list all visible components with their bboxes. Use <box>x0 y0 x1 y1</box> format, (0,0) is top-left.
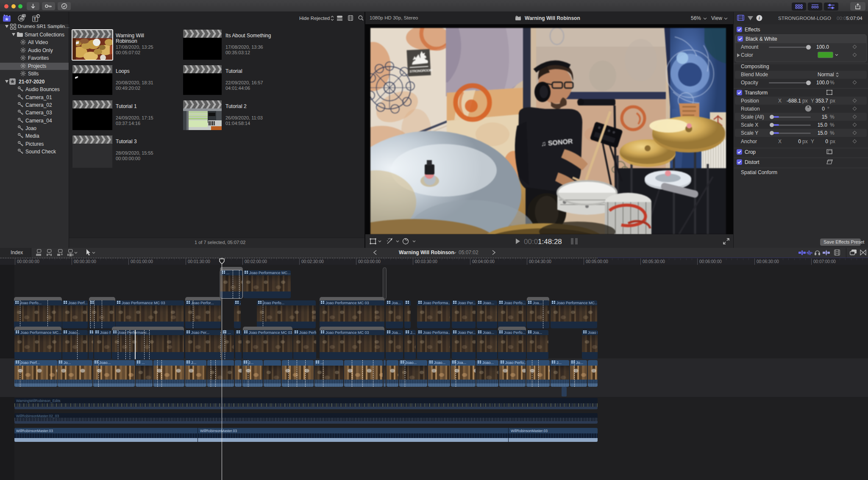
svg-text:T: T <box>33 17 36 22</box>
svg-text:i: i <box>759 16 760 20</box>
